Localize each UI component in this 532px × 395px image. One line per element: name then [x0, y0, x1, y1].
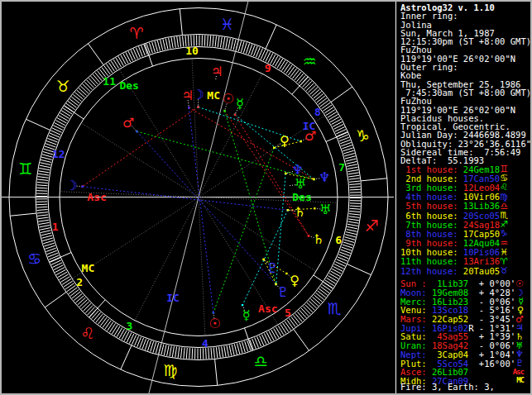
house-number-8: 8 — [314, 106, 321, 118]
house-number-2: 2 — [76, 276, 83, 288]
house-glyph-icon: ♑ — [500, 229, 512, 238]
sign-glyph-gemini-icon: ♊ — [18, 159, 32, 178]
sign-glyph-aquarius-icon: ♒ — [303, 52, 317, 70]
inner-planet-mercury-icon: ☿ — [236, 96, 244, 112]
sign-glyph-aries-icon: ♈ — [130, 24, 144, 42]
sign-glyph-capricorn-icon: ♑ — [356, 126, 370, 145]
aspect-square-line — [83, 107, 199, 187]
info-panel: Astrolog32 v. 1.10Inner ring:JolinaSun, … — [397, 0, 532, 395]
house-number-1: 1 — [52, 221, 59, 233]
chart-info-header: Astrolog32 v. 1.10Inner ring:JolinaSun, … — [400, 3, 531, 165]
inner-ic-label: IC — [166, 292, 180, 304]
outer-asc-label: Asc — [258, 302, 277, 315]
house-row-10: 10th house: 10Pis06♓ — [400, 248, 512, 257]
panel-divider — [395, 0, 396, 395]
house-label: 11th house: — [400, 256, 458, 266]
inner-planet-uranus-icon: ♅ — [295, 176, 306, 192]
house-number-6: 6 — [335, 234, 342, 246]
house-row-9: 9th house: 12Aqu04♒ — [400, 239, 512, 248]
house-label: 10th house: — [400, 247, 458, 257]
house-row-5: 5th house: 13Lib36♎ — [400, 202, 512, 211]
house-number-12: 12 — [52, 148, 65, 160]
aspect-opposition-line — [189, 107, 213, 312]
outer-planet-pluto-icon: ♇ — [277, 284, 289, 300]
house-row-8: 8th house: 17Cap50♑ — [400, 229, 512, 238]
house-label: 5th house: — [400, 201, 458, 211]
house-value: 20Sco05 — [458, 211, 501, 221]
outer-planet-jupiter-icon: ♃ — [211, 64, 223, 79]
house-row-1: 1st house: 24Gem18♊ — [400, 164, 512, 174]
outer-planet-moon-icon: ☽ — [65, 178, 77, 193]
inner-planet-mars-icon: ♂ — [122, 115, 134, 131]
outer-planet-sun-icon: ☉ — [208, 316, 220, 331]
inner-des-label: Des — [292, 191, 311, 203]
house-cusp-list: 1st house: 24Gem18♊ 2nd house: 17Can50♋ … — [400, 164, 512, 275]
house-label: 6th house: — [400, 211, 458, 221]
inner-planet-venus-icon: ♀ — [280, 133, 290, 149]
sign-glyph-virgo-icon: ♍ — [163, 361, 177, 379]
house-value: 12Leo04 — [458, 183, 501, 193]
house-row-2: 2nd house: 17Can50♋ — [400, 174, 512, 183]
house-number-5: 5 — [285, 307, 291, 319]
inner-planet-moon-icon: ☽ — [192, 87, 204, 102]
sign-glyph-sagittarius-icon: ♐ — [365, 217, 379, 235]
house-label: 2nd house: — [400, 174, 458, 183]
house-value: 20Tau05 — [458, 266, 501, 276]
asc-glyph-icon: Asc — [513, 369, 528, 376]
house-glyph-icon: ♌ — [500, 183, 512, 192]
house-glyph-icon: ♍ — [500, 193, 512, 202]
chart-wheel: ♈♉♊♋♌♍♎♏♐♑♒♓123456789101112☉☽☿♀♂♃♄♅♆♇☉☽☿… — [0, 0, 395, 395]
mc-glyph-icon: MC — [516, 377, 528, 384]
outer-planet-saturn-icon: ♄ — [313, 231, 324, 247]
aspect-opposition-line — [137, 131, 276, 284]
planet-glyph-icon: ♇ — [515, 359, 528, 368]
outer-planet-uranus-icon: ♅ — [319, 202, 331, 217]
house-value: 10Vir06 — [458, 192, 501, 202]
outer-planet-venus-icon: ♀ — [290, 273, 300, 288]
inner-planet-sun-icon: ☉ — [223, 91, 234, 107]
sign-glyph-libra-icon: ♎ — [253, 352, 267, 370]
house-number-7: 7 — [338, 161, 345, 174]
house-label: 3rd house: — [400, 183, 458, 193]
house-value: 17Cap50 — [458, 229, 501, 239]
house-value: 24Sag18 — [458, 220, 501, 230]
house-value: 17Can50 — [458, 174, 501, 183]
sign-glyph-taurus-icon: ♉ — [55, 77, 69, 95]
house-value: 13Lib36 — [458, 201, 501, 211]
house-glyph-icon: ♉ — [500, 266, 512, 275]
house-row-12: 12th house: 20Tau05♉ — [400, 266, 512, 275]
house-value: 12Aqu04 — [458, 238, 501, 248]
inner-mc-label: MC — [207, 89, 220, 102]
inner-planet-saturn-icon: ♄ — [295, 204, 306, 220]
planet-position-list: Sun : 1Lib37 + 0°00'☉Moon: 19Gem08 + 4°2… — [400, 279, 528, 385]
house-label: 9th house: — [400, 238, 458, 248]
house-number-11: 11 — [103, 75, 116, 88]
aspect-trine-line — [213, 148, 274, 313]
sign-glyph-leo-icon: ♌ — [80, 324, 94, 342]
house-number-3: 3 — [126, 320, 132, 332]
house-label: 12th house: — [400, 266, 458, 276]
sign-glyph-cancer-icon: ♋ — [27, 250, 41, 268]
inner-planet-neptune-icon: ♆ — [291, 162, 303, 178]
sign-glyph-pisces-icon: ♓ — [220, 15, 234, 33]
inner-planet-pluto-icon: ♇ — [266, 260, 278, 276]
house-row-7: 7th house: 24Sag18♐ — [400, 220, 512, 229]
house-value: 10Pis06 — [458, 247, 501, 257]
outer-mc-label: MC — [82, 262, 95, 274]
house-label: 1st house: — [400, 164, 458, 174]
house-number-10: 10 — [185, 45, 199, 57]
element-summary: Fire: 3, Earth: 3, — [400, 382, 495, 392]
house-label: 7th house: — [400, 220, 458, 230]
house-label: 8th house: — [400, 229, 458, 239]
house-value: 24Gem18 — [458, 164, 501, 174]
aspect-trine-line — [225, 111, 276, 284]
outer-ic-label: IC — [303, 120, 316, 132]
inner-planet-jupiter-icon: ♃ — [181, 88, 193, 103]
house-row-6: 6th house: 20Sco05♏ — [400, 211, 512, 220]
house-number-4: 4 — [202, 337, 208, 350]
house-row-4: 4th house: 10Vir06♍ — [400, 193, 512, 202]
house-value: 13Ari36 — [458, 256, 501, 266]
aspect-opposition-line — [83, 187, 288, 211]
inner-asc-label: Asc — [87, 191, 106, 203]
house-number-9: 9 — [265, 62, 271, 74]
